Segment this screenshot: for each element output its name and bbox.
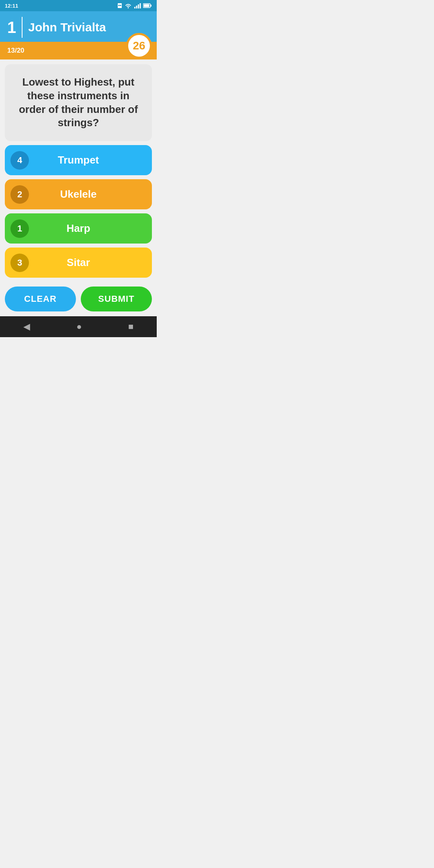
answer-trumpet[interactable]: 4 Trumpet	[5, 145, 152, 175]
home-icon[interactable]: ●	[76, 321, 82, 332]
status-bar: 12:11	[0, 0, 157, 11]
svg-rect-8	[151, 5, 152, 7]
answer-rank-2: 2	[10, 185, 29, 204]
status-time: 12:11	[5, 3, 18, 9]
bottom-buttons: CLEAR SUBMIT	[0, 281, 157, 316]
submit-button[interactable]: SUBMIT	[81, 287, 152, 311]
answer-label-1: Trumpet	[12, 154, 145, 166]
answer-ukelele[interactable]: 2 Ukelele	[5, 179, 152, 209]
question-text: Lowest to Highest, put these instruments…	[14, 76, 143, 130]
answer-label-4: Sitar	[12, 256, 145, 269]
svg-rect-3	[134, 7, 135, 8]
progress-text: 13/20	[7, 47, 25, 55]
answer-label-3: Harp	[12, 222, 145, 235]
svg-rect-1	[119, 5, 120, 6]
answer-sitar[interactable]: 3 Sitar	[5, 248, 152, 278]
header-divider	[22, 17, 23, 38]
answer-rank-1: 4	[10, 151, 29, 170]
answers-container: 4 Trumpet 2 Ukelele 1 Harp 3 Sitar	[0, 145, 157, 278]
battery-icon	[143, 3, 152, 8]
nav-bar: ◀ ● ■	[0, 316, 157, 337]
answer-label-2: Ukelele	[12, 188, 145, 201]
svg-rect-4	[136, 6, 137, 8]
answer-harp[interactable]: 1 Harp	[5, 213, 152, 244]
question-card: Lowest to Highest, put these instruments…	[5, 64, 152, 141]
player-number: 1	[7, 18, 16, 37]
answer-rank-4: 3	[10, 254, 29, 272]
answer-rank-3: 1	[10, 219, 29, 238]
svg-rect-5	[138, 4, 139, 8]
svg-rect-2	[120, 5, 121, 6]
svg-rect-6	[140, 3, 141, 8]
wifi-icon	[125, 3, 132, 8]
player-name: John Trivialta	[28, 20, 106, 34]
status-icons	[117, 3, 152, 8]
clear-button[interactable]: CLEAR	[5, 287, 76, 311]
back-icon[interactable]: ◀	[23, 321, 30, 332]
svg-rect-9	[144, 4, 149, 7]
signal-icon	[134, 3, 141, 8]
sim-icon	[117, 3, 123, 8]
progress-bar: 13/20 26	[0, 42, 157, 59]
timer-badge: 26	[126, 33, 152, 59]
recent-icon[interactable]: ■	[128, 321, 133, 332]
